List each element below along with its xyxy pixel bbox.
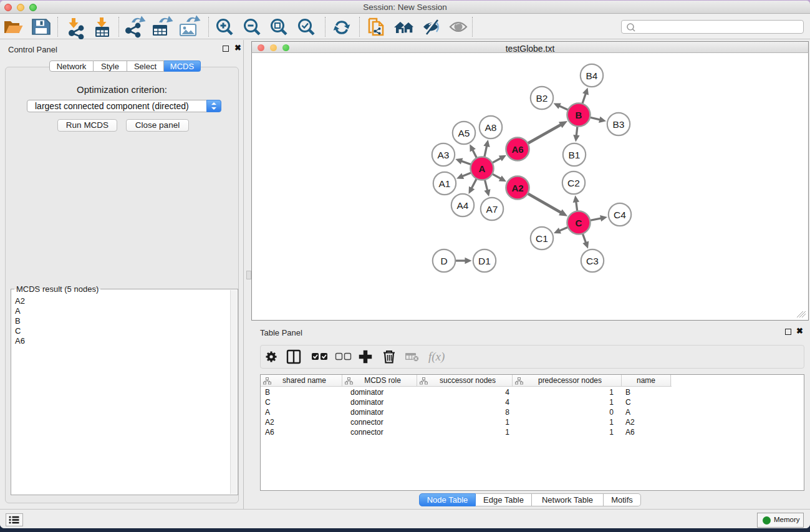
svg-text:B3: B3 bbox=[613, 119, 625, 130]
svg-text:A2: A2 bbox=[511, 183, 523, 193]
svg-text:A8: A8 bbox=[485, 122, 497, 133]
svg-text:A6: A6 bbox=[511, 144, 523, 155]
svg-text:C1: C1 bbox=[536, 233, 548, 244]
svg-text:f(x): f(x) bbox=[428, 350, 445, 364]
svg-text:C2: C2 bbox=[567, 178, 580, 188]
svg-text:A5: A5 bbox=[458, 128, 470, 138]
svg-text:B1: B1 bbox=[569, 150, 581, 160]
svg-text:C: C bbox=[576, 218, 582, 228]
svg-text:A1: A1 bbox=[439, 178, 451, 189]
svg-text:A7: A7 bbox=[486, 204, 498, 215]
svg-text:B: B bbox=[576, 110, 582, 120]
svg-text:A: A bbox=[479, 163, 486, 174]
svg-text:B4: B4 bbox=[586, 70, 598, 81]
svg-text:C4: C4 bbox=[614, 210, 626, 220]
svg-text:A4: A4 bbox=[457, 200, 469, 211]
svg-text:A3: A3 bbox=[438, 150, 450, 160]
svg-text:B2: B2 bbox=[536, 93, 548, 104]
svg-text:C3: C3 bbox=[586, 256, 599, 266]
svg-text:D1: D1 bbox=[478, 256, 491, 266]
svg-text:D: D bbox=[440, 256, 447, 266]
